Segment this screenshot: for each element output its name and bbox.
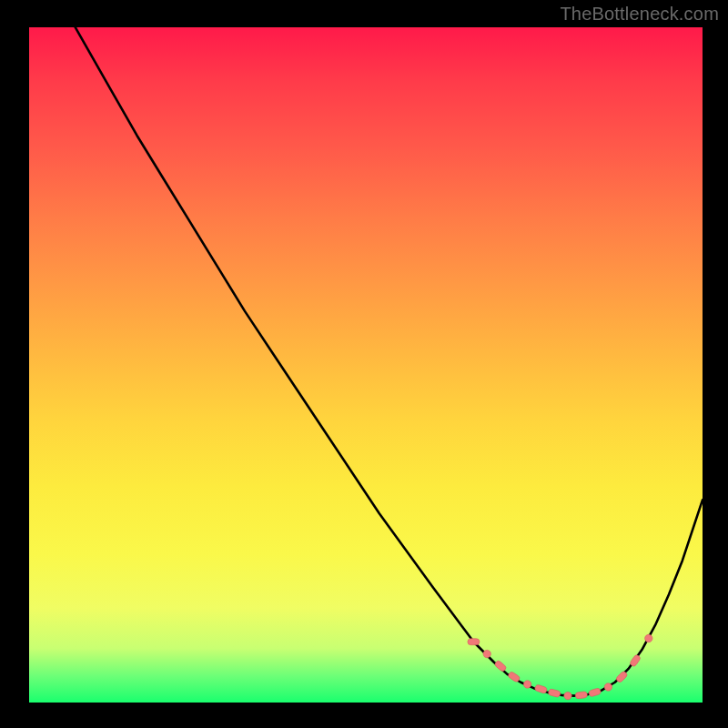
valley-marker bbox=[588, 688, 601, 697]
chart-curve-layer bbox=[0, 0, 728, 728]
valley-marker bbox=[645, 634, 652, 642]
valley-marker bbox=[534, 684, 548, 694]
valley-marker bbox=[494, 660, 507, 672]
valley-marker bbox=[523, 681, 531, 688]
valley-marker bbox=[483, 650, 490, 657]
valley-marker bbox=[564, 692, 571, 699]
chart-frame: TheBottleneck.com bbox=[0, 0, 728, 728]
valley-marker bbox=[468, 639, 480, 645]
valley-marker bbox=[548, 689, 561, 698]
valley-marker bbox=[604, 683, 612, 691]
bottleneck-curve bbox=[29, 0, 703, 696]
valley-marker bbox=[575, 692, 588, 700]
